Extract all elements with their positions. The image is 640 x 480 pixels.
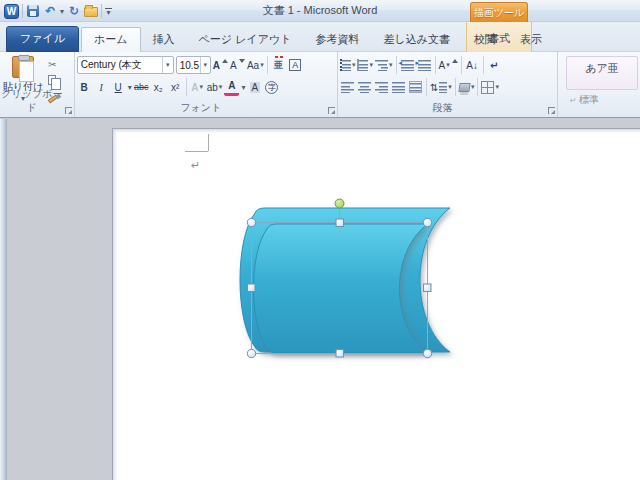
align-left-button[interactable] bbox=[340, 78, 355, 96]
underline-button[interactable]: U bbox=[111, 78, 126, 96]
clipboard-group: 貼り付け ▾ ✂ クリップボード bbox=[0, 52, 75, 117]
bullets-icon bbox=[340, 59, 351, 71]
strikethrough-button[interactable]: abc bbox=[134, 78, 149, 96]
justify-icon bbox=[392, 81, 405, 93]
shading-bucket-icon bbox=[458, 83, 470, 92]
paragraph-dialog-launcher[interactable] bbox=[548, 107, 555, 114]
increase-indent-icon bbox=[418, 59, 431, 71]
style-gallery-item-normal[interactable]: あア亜 bbox=[566, 56, 638, 90]
multilevel-list-icon bbox=[375, 59, 388, 71]
tab-insert[interactable]: 挿入 bbox=[141, 28, 187, 52]
change-case-button[interactable]: Aa▾ bbox=[247, 56, 264, 74]
font-name-combo[interactable]: Century (本文 ▾ bbox=[77, 56, 174, 74]
ribbon: 貼り付け ▾ ✂ クリップボード Century (本文 ▾ 10.5 ▾ bbox=[0, 52, 640, 118]
shrink-font-button[interactable]: A bbox=[230, 56, 245, 74]
paragraph-group: ▾ ▾ ▾ ◂ ▸ A▾ A↓ ↵ ⇅▾ bbox=[338, 52, 558, 117]
resize-handle-left[interactable] bbox=[248, 284, 256, 292]
character-shading-button[interactable]: A bbox=[247, 78, 262, 96]
distribute-icon bbox=[409, 81, 422, 93]
ribbon-tab-row: ファイル ホーム 挿入 ページ レイアウト 参考資料 差し込み文書 校閲 表示 … bbox=[0, 22, 640, 52]
tab-mailings[interactable]: 差し込み文書 bbox=[371, 28, 462, 52]
align-center-icon bbox=[358, 81, 371, 93]
paragraph-group-label: 段落 bbox=[338, 101, 547, 115]
tab-format[interactable]: 書式 bbox=[474, 27, 524, 51]
pilcrow-mark-icon: ↵ bbox=[570, 96, 577, 105]
character-border-button[interactable]: A bbox=[288, 56, 303, 74]
align-center-button[interactable] bbox=[357, 78, 372, 96]
justify-button[interactable] bbox=[391, 78, 406, 96]
subscript-button[interactable]: x₂ bbox=[151, 78, 166, 96]
resize-handle-bottom[interactable] bbox=[336, 350, 344, 358]
character-shading-icon: A bbox=[250, 82, 261, 93]
shading-button[interactable]: ▾ bbox=[459, 78, 475, 96]
font-group: Century (本文 ▾ 10.5 ▾ A A Aa▾ 亜 A B I U ▾ bbox=[75, 52, 338, 117]
character-border-icon: A bbox=[289, 59, 301, 71]
highlight-button[interactable]: ab▾ bbox=[207, 78, 223, 96]
tab-home[interactable]: ホーム bbox=[81, 27, 141, 52]
tab-file[interactable]: ファイル bbox=[6, 26, 79, 52]
font-color-dropdown[interactable]: ▾ bbox=[241, 83, 245, 92]
title-bar: W ↶ ▾ ↻ ▾ 文書 1 - Microsoft Word 描画ツール bbox=[0, 0, 640, 22]
bullets-button[interactable]: ▾ bbox=[340, 56, 356, 74]
tab-page-layout[interactable]: ページ レイアウト bbox=[187, 28, 304, 52]
text-effects-button[interactable]: A▾ bbox=[190, 78, 205, 96]
document-workspace: ↵ bbox=[0, 119, 640, 480]
numbering-icon bbox=[357, 59, 368, 71]
decrease-indent-icon bbox=[401, 59, 414, 71]
resize-handle-top[interactable] bbox=[336, 219, 344, 227]
distribute-button[interactable] bbox=[408, 78, 423, 96]
paste-icon bbox=[12, 56, 34, 78]
drawing-canvas bbox=[223, 188, 467, 370]
bold-button[interactable]: B bbox=[77, 78, 92, 96]
font-group-label: フォント bbox=[75, 101, 327, 115]
window-edge-strip bbox=[0, 119, 7, 480]
asian-layout-button[interactable]: A▾ bbox=[439, 56, 458, 74]
line-spacing-icon bbox=[439, 81, 447, 93]
ruby-icon: 亜 bbox=[274, 59, 283, 72]
styles-group: あア亜 ↵標準 bbox=[558, 52, 640, 117]
numbering-button[interactable]: ▾ bbox=[357, 56, 373, 74]
resize-handle-top-left[interactable] bbox=[247, 218, 255, 226]
line-spacing-button[interactable]: ⇅▾ bbox=[430, 78, 452, 96]
enclose-characters-icon: 字 bbox=[265, 81, 278, 94]
ruby-button[interactable]: 亜 bbox=[271, 56, 286, 74]
multilevel-list-button[interactable]: ▾ bbox=[375, 56, 393, 74]
borders-button[interactable]: ▾ bbox=[481, 78, 499, 96]
borders-grid-icon bbox=[481, 81, 494, 94]
style-name: ↵標準 bbox=[570, 93, 638, 107]
italic-button[interactable]: I bbox=[94, 78, 109, 96]
clipboard-group-label: クリップボード bbox=[0, 87, 64, 115]
resize-handle-top-right[interactable] bbox=[423, 218, 431, 226]
copy-icon bbox=[48, 75, 56, 85]
align-left-icon bbox=[341, 81, 354, 93]
grow-font-button[interactable]: A bbox=[213, 56, 228, 74]
resize-handle-right[interactable] bbox=[424, 284, 432, 292]
font-size-combo[interactable]: 10.5 ▾ bbox=[176, 56, 211, 74]
copy-button[interactable] bbox=[46, 73, 68, 87]
word-window: W ↶ ▾ ↻ ▾ 文書 1 - Microsoft Word 描画ツール ファ… bbox=[0, 0, 640, 480]
superscript-button[interactable]: x² bbox=[168, 78, 183, 96]
cut-button[interactable]: ✂ bbox=[46, 57, 68, 71]
font-dialog-launcher[interactable] bbox=[328, 107, 335, 114]
align-right-button[interactable] bbox=[374, 78, 389, 96]
clipboard-dialog-launcher[interactable] bbox=[65, 107, 72, 114]
align-right-icon bbox=[375, 81, 388, 93]
sort-button[interactable]: A↓ bbox=[465, 56, 480, 74]
margin-crop-mark bbox=[208, 134, 209, 151]
document-page[interactable]: ↵ bbox=[112, 128, 640, 480]
increase-indent-button[interactable]: ▸ bbox=[417, 56, 432, 74]
margin-crop-mark bbox=[185, 151, 208, 152]
paragraph-mark: ↵ bbox=[191, 159, 200, 172]
resize-handle-bottom-left[interactable] bbox=[247, 349, 255, 357]
show-formatting-marks-button[interactable]: ↵ bbox=[487, 56, 502, 74]
rotate-handle[interactable] bbox=[335, 199, 344, 208]
font-name-dropdown[interactable]: ▾ bbox=[162, 57, 173, 73]
enclose-characters-button[interactable]: 字 bbox=[264, 78, 279, 96]
window-title: 文書 1 - Microsoft Word bbox=[0, 3, 640, 18]
font-color-button[interactable]: A bbox=[224, 78, 239, 96]
decrease-indent-button[interactable]: ◂ bbox=[400, 56, 415, 74]
font-size-dropdown[interactable]: ▾ bbox=[200, 57, 210, 73]
resize-handle-bottom-right[interactable] bbox=[423, 349, 431, 357]
tab-references[interactable]: 参考資料 bbox=[303, 28, 371, 52]
underline-dropdown[interactable]: ▾ bbox=[128, 83, 132, 92]
